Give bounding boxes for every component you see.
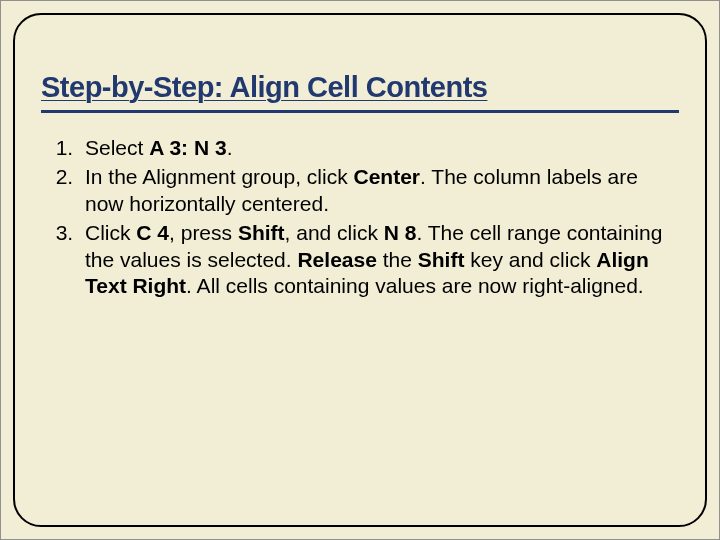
title-underline	[41, 110, 679, 113]
step-2: In the Alignment group, click Center. Th…	[79, 164, 675, 218]
slide-title: Step-by-Step: Align Cell Contents	[41, 71, 679, 104]
step-list: Select A 3: N 3. In the Alignment group,…	[41, 135, 679, 300]
step-1-text-c: .	[227, 136, 233, 159]
step-3-text-c: , press	[169, 221, 238, 244]
step-2-text-a: In the Alignment group, click	[85, 165, 353, 188]
step-3-shift2: Shift	[418, 248, 465, 271]
step-3-c4: C 4	[136, 221, 169, 244]
step-3-text-a: Click	[85, 221, 136, 244]
step-3-text-k: key and click	[464, 248, 596, 271]
step-3-n8: N 8	[384, 221, 417, 244]
step-3-text-e: , and click	[285, 221, 384, 244]
step-1-range: A 3: N 3	[149, 136, 226, 159]
step-3: Click C 4, press Shift, and click N 8. T…	[79, 220, 675, 301]
slide-content: Step-by-Step: Align Cell Contents Select…	[1, 1, 719, 539]
step-1: Select A 3: N 3.	[79, 135, 675, 162]
step-3-text-i: the	[377, 248, 418, 271]
step-2-center: Center	[353, 165, 420, 188]
step-3-shift1: Shift	[238, 221, 285, 244]
step-3-release: Release	[297, 248, 376, 271]
step-3-text-m: . All cells containing values are now ri…	[186, 274, 644, 297]
slide: Step-by-Step: Align Cell Contents Select…	[0, 0, 720, 540]
step-1-text-a: Select	[85, 136, 149, 159]
